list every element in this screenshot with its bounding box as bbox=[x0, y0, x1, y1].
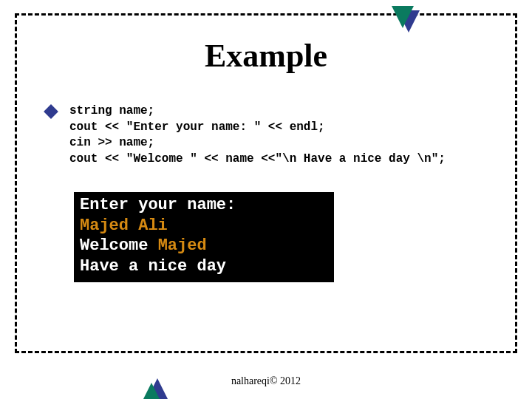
slide-body: string name; cout << "Enter your name: "… bbox=[46, 103, 510, 167]
code-line: cout << "Enter your name: " << endl; bbox=[69, 120, 325, 134]
code-block: string name; cout << "Enter your name: "… bbox=[69, 103, 446, 167]
console-text: Majed bbox=[158, 236, 207, 255]
slide-title: Example bbox=[0, 37, 532, 75]
code-line: cin >> name; bbox=[69, 136, 154, 149]
footer-text: nalhareqi© 2012 bbox=[0, 375, 532, 387]
console-line: Majed Ali bbox=[80, 216, 328, 236]
code-line: string name; bbox=[69, 104, 154, 117]
console-line: Enter your name: bbox=[80, 195, 328, 216]
diamond-bullet-icon bbox=[44, 104, 58, 119]
console-line: Have a nice day bbox=[80, 256, 328, 277]
bullet-item: string name; cout << "Enter your name: "… bbox=[46, 103, 510, 167]
code-line: cout << "Welcome " << name <<"\n Have a … bbox=[69, 152, 446, 166]
console-line: Welcome Majed bbox=[80, 236, 328, 256]
console-text: Welcome bbox=[80, 236, 158, 255]
console-output: Enter your name: Majed Ali Welcome Majed… bbox=[74, 192, 334, 282]
